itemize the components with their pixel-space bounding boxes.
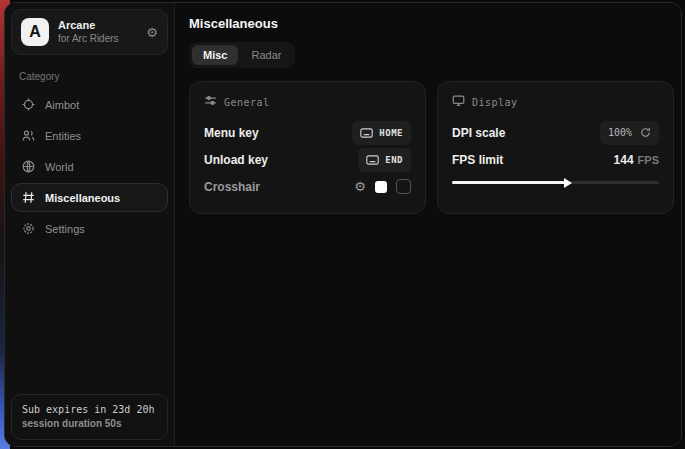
general-panel-header: General (204, 93, 411, 111)
menu-key-row: Menu key HOME (204, 119, 411, 146)
rotate-arrow-icon (640, 124, 651, 142)
sidebar-item-miscellaneous[interactable]: Miscellaneous (11, 183, 168, 212)
sidebar-spacer (11, 243, 168, 394)
general-panel: General Menu key HOME Unload key (189, 81, 426, 214)
keyboard-icon (360, 124, 373, 142)
tab-misc[interactable]: Misc (192, 45, 238, 65)
monitor-icon (452, 93, 465, 111)
fps-limit-label: FPS limit (452, 153, 503, 167)
tab-bar: Misc Radar (189, 42, 295, 68)
fps-value: 144 FPS (614, 153, 659, 167)
general-panel-title: General (224, 97, 270, 108)
fps-unit: FPS (638, 154, 659, 166)
gear-icon (21, 222, 35, 236)
panels-row: General Menu key HOME Unload key (189, 81, 674, 214)
sidebar-nav: Aimbot Entities World (11, 90, 168, 243)
menu-key-keybind-button[interactable]: HOME (352, 121, 411, 145)
app-window: A Arcane for Arc Riders ⚙ Category Aimbo… (4, 2, 682, 447)
fps-number: 144 (614, 153, 634, 167)
sidebar-item-settings[interactable]: Settings (11, 214, 168, 243)
fps-limit-row: FPS limit 144 FPS (452, 146, 659, 173)
session-duration-text: session duration 50s (22, 417, 157, 431)
grid-icon (21, 191, 35, 205)
gear-icon[interactable]: ⚙ (354, 180, 366, 193)
display-panel-header: Display (452, 93, 659, 111)
profile-name: Arcane (58, 19, 137, 32)
sidebar-item-label: Miscellaneous (45, 192, 120, 204)
crosshair-controls: ⚙ (354, 179, 411, 194)
profile-card[interactable]: A Arcane for Arc Riders ⚙ (11, 9, 168, 55)
sidebar-item-aimbot[interactable]: Aimbot (11, 90, 168, 119)
avatar: A (21, 18, 49, 46)
sidebar-item-label: Aimbot (45, 99, 79, 111)
crosshair-label: Crosshair (204, 180, 260, 194)
dpi-scale-select[interactable]: 100% (600, 121, 659, 145)
page-title: Miscellaneous (189, 16, 674, 31)
sidebar: A Arcane for Arc Riders ⚙ Category Aimbo… (5, 3, 175, 446)
crosshair-color-swatch[interactable] (375, 181, 387, 193)
crosshair-checkbox[interactable] (396, 179, 411, 194)
unload-key-value: END (385, 155, 403, 165)
unload-key-label: Unload key (204, 153, 268, 167)
keyboard-icon (366, 151, 379, 169)
gear-icon[interactable]: ⚙ (146, 26, 158, 39)
crosshair-icon (21, 98, 35, 112)
tab-radar[interactable]: Radar (240, 45, 292, 65)
people-icon (21, 129, 35, 143)
unload-key-row: Unload key END (204, 146, 411, 173)
sidebar-item-entities[interactable]: Entities (11, 121, 168, 150)
display-panel: Display DPI scale 100% FPS limit (437, 81, 674, 214)
category-label: Category (19, 71, 160, 82)
fps-slider-thumb[interactable] (564, 178, 572, 188)
dpi-scale-row: DPI scale 100% (452, 119, 659, 146)
main-content: Miscellaneous Misc Radar General Menu ke… (175, 3, 682, 446)
sliders-icon (204, 93, 217, 111)
sidebar-item-label: Settings (45, 223, 85, 235)
subscription-card: Sub expires in 23d 20h session duration … (11, 394, 168, 440)
globe-icon (21, 160, 35, 174)
fps-slider[interactable] (452, 176, 659, 188)
menu-key-label: Menu key (204, 126, 259, 140)
unload-key-keybind-button[interactable]: END (358, 148, 411, 172)
sidebar-item-world[interactable]: World (11, 152, 168, 181)
display-panel-title: Display (472, 97, 518, 108)
sidebar-item-label: Entities (45, 130, 81, 142)
dpi-scale-value: 100% (608, 127, 632, 138)
dpi-scale-label: DPI scale (452, 126, 505, 140)
sidebar-item-label: World (45, 161, 74, 173)
profile-meta: Arcane for Arc Riders (58, 19, 137, 45)
crosshair-row: Crosshair ⚙ (204, 173, 411, 200)
fps-slider-fill (452, 181, 566, 184)
sub-expires-text: Sub expires in 23d 20h (22, 403, 157, 417)
menu-key-value: HOME (379, 128, 403, 138)
profile-subtitle: for Arc Riders (58, 32, 137, 45)
